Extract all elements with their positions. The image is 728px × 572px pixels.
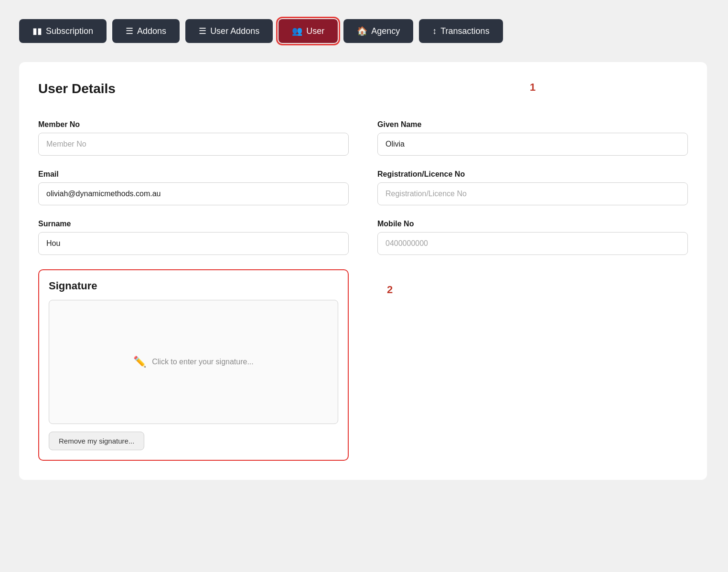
tab-user-addons[interactable]: ☰ User Addons [185, 19, 273, 43]
section-title: User Details [38, 81, 349, 96]
registration-group: Registration/Licence No [377, 170, 688, 205]
mobile-label: Mobile No [377, 220, 688, 228]
tab-addons[interactable]: ☰ Addons [112, 19, 180, 43]
given-name-group: Given Name [377, 120, 688, 156]
tab-user-label: User [306, 26, 324, 36]
mobile-group: Mobile No [377, 220, 688, 255]
member-no-label: Member No [38, 120, 349, 129]
surname-group: Surname [38, 220, 349, 255]
registration-input[interactable] [377, 182, 688, 205]
form-grid-row1: Member No Given Name [38, 120, 688, 156]
signature-box[interactable]: ✏️ Click to enter your signature... [49, 300, 338, 424]
tab-user[interactable]: 👥 User [278, 19, 338, 43]
remove-signature-button[interactable]: Remove my signature... [49, 432, 144, 450]
signature-section: Signature ✏️ Click to enter your signatu… [38, 269, 349, 461]
mobile-input[interactable] [377, 232, 688, 255]
tab-agency-label: Agency [371, 26, 400, 36]
member-no-input[interactable] [38, 133, 349, 156]
subscription-icon: ▮▮ [32, 26, 42, 36]
surname-label: Surname [38, 220, 349, 228]
header-row: User Details 1 [38, 81, 688, 111]
member-no-group: Member No [38, 120, 349, 156]
agency-icon: 🏠 [357, 26, 367, 36]
email-label: Email [38, 170, 349, 179]
signature-title: Signature [49, 280, 338, 292]
step-2-col: 2 [377, 269, 688, 461]
tab-subscription[interactable]: ▮▮ Subscription [19, 19, 107, 43]
tab-agency[interactable]: 🏠 Agency [343, 19, 413, 43]
nav-tabs: ▮▮ Subscription ☰ Addons ☰ User Addons 👥… [19, 19, 709, 43]
given-name-label: Given Name [377, 120, 688, 129]
signature-placeholder: Click to enter your signature... [152, 358, 254, 366]
user-icon: 👥 [292, 26, 302, 36]
form-grid-row3: Surname Mobile No [38, 220, 688, 255]
registration-label: Registration/Licence No [377, 170, 688, 179]
form-grid-row2: Email Registration/Licence No [38, 170, 688, 205]
pencil-icon: ✏️ [133, 356, 146, 368]
transactions-icon: ↕ [432, 26, 437, 36]
step-1-col: 1 [377, 81, 688, 111]
tab-transactions[interactable]: ↕ Transactions [419, 19, 503, 43]
addons-icon: ☰ [126, 26, 133, 36]
surname-input[interactable] [38, 232, 349, 255]
tab-transactions-label: Transactions [440, 26, 489, 36]
main-content: User Details 1 Member No Given Name Emai… [19, 62, 707, 480]
email-input[interactable] [38, 182, 349, 205]
given-name-input[interactable] [377, 133, 688, 156]
step-1-indicator: 1 [530, 81, 535, 101]
email-group: Email [38, 170, 349, 205]
tab-user-addons-label: User Addons [210, 26, 259, 36]
user-addons-icon: ☰ [199, 26, 206, 36]
step-2-indicator: 2 [377, 269, 688, 296]
tab-addons-label: Addons [137, 26, 166, 36]
bottom-section: Signature ✏️ Click to enter your signatu… [38, 269, 688, 461]
tab-subscription-label: Subscription [46, 26, 93, 36]
